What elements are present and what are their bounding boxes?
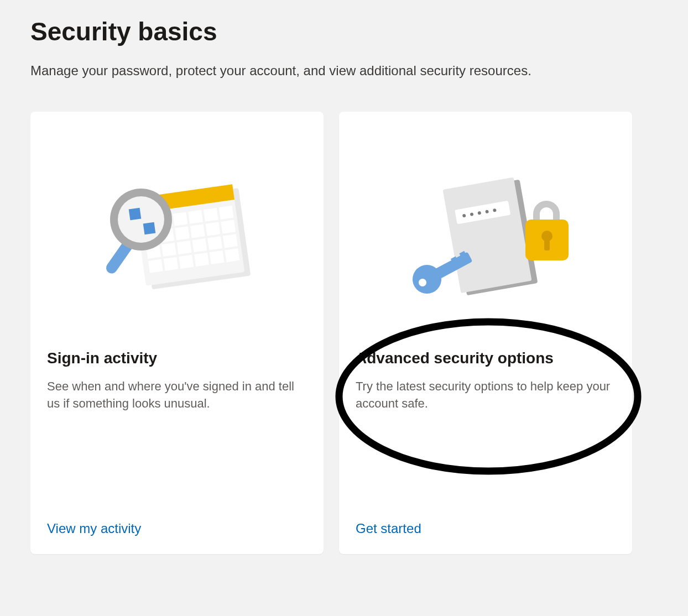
svg-rect-11	[175, 226, 190, 240]
card-advanced-security: Advanced security options Try the latest…	[339, 112, 632, 554]
svg-rect-21	[148, 259, 163, 273]
card-title-sign-in-activity: Sign-in activity	[47, 349, 307, 367]
card-title-advanced-security: Advanced security options	[356, 349, 616, 367]
svg-rect-26	[225, 248, 239, 262]
svg-rect-42	[544, 238, 550, 250]
cards-row: Sign-in activity See when and where you'…	[30, 112, 658, 554]
svg-rect-19	[207, 236, 222, 250]
svg-rect-14	[221, 220, 236, 234]
svg-rect-31	[143, 222, 156, 235]
get-started-link[interactable]: Get started	[356, 521, 616, 536]
page-title: Security basics	[30, 17, 658, 46]
svg-rect-23	[179, 255, 194, 269]
view-my-activity-link[interactable]: View my activity	[47, 521, 307, 536]
svg-rect-16	[161, 243, 176, 257]
svg-rect-20	[223, 234, 238, 248]
advanced-security-illustration	[356, 128, 616, 344]
card-sign-in-activity: Sign-in activity See when and where you'…	[30, 112, 324, 554]
svg-point-44	[419, 279, 426, 286]
svg-rect-13	[206, 222, 221, 236]
svg-rect-25	[210, 250, 225, 264]
svg-rect-18	[192, 238, 207, 252]
notebook-lock-key-icon	[397, 170, 574, 302]
svg-rect-7	[204, 208, 218, 222]
svg-rect-12	[190, 224, 205, 238]
sign-in-activity-illustration	[47, 128, 307, 344]
svg-rect-30	[129, 208, 142, 221]
svg-rect-6	[188, 210, 203, 224]
page-subtitle: Manage your password, protect your accou…	[30, 63, 658, 79]
svg-rect-8	[219, 206, 234, 220]
svg-rect-22	[164, 257, 179, 271]
svg-rect-24	[194, 253, 209, 267]
svg-rect-17	[177, 241, 192, 254]
svg-rect-5	[173, 212, 187, 226]
calendar-magnifier-icon	[100, 170, 254, 302]
card-desc-advanced-security: Try the latest security options to help …	[356, 378, 616, 521]
svg-point-29	[118, 196, 164, 243]
card-desc-sign-in-activity: See when and where you've signed in and …	[47, 378, 307, 521]
